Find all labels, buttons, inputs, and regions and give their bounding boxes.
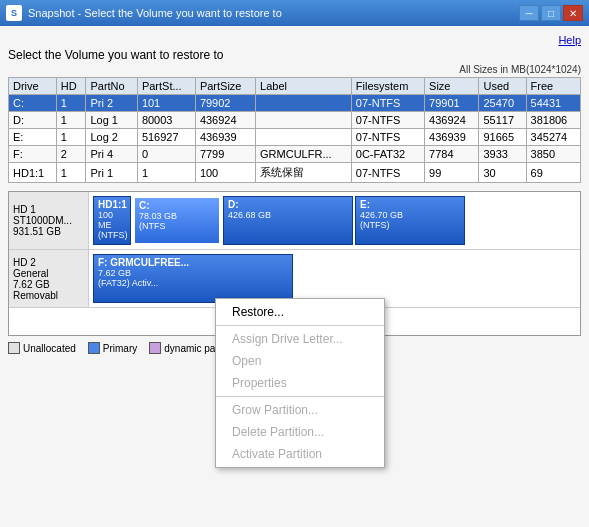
col-size: Size — [425, 78, 479, 95]
table-cell: 2 — [56, 146, 86, 163]
instruction-text: Select the Volume you want to restore to — [8, 48, 581, 62]
table-cell: 7784 — [425, 146, 479, 163]
table-cell: 436924 — [425, 112, 479, 129]
disk-name-hd2: HD 2 — [13, 257, 84, 268]
col-drive: Drive — [9, 78, 57, 95]
menu-open[interactable]: Open — [216, 350, 384, 372]
table-row[interactable]: E:1Log 251692743693907-NTFS4369399166534… — [9, 129, 581, 146]
table-cell: 54431 — [526, 95, 580, 112]
legend-box-dynamic — [149, 342, 161, 354]
table-cell: 345274 — [526, 129, 580, 146]
help-link[interactable]: Help — [558, 34, 581, 46]
menu-activate-partition[interactable]: Activate Partition — [216, 443, 384, 465]
table-cell: 69 — [526, 163, 580, 183]
disk-size-hd2: 7.62 GB — [13, 279, 84, 290]
table-cell: 381806 — [526, 112, 580, 129]
disk-type-hd2: Removabl — [13, 290, 84, 301]
table-cell: 7799 — [195, 146, 255, 163]
partition-c[interactable]: C: 78.03 GB (NTFS — [133, 196, 221, 245]
window-controls: ─ □ ✕ — [519, 5, 583, 21]
col-label: Label — [256, 78, 352, 95]
table-cell: 436939 — [195, 129, 255, 146]
table-cell: D: — [9, 112, 57, 129]
help-row: Help — [8, 34, 581, 46]
legend-unallocated: Unallocated — [8, 342, 76, 354]
legend-label-unallocated: Unallocated — [23, 343, 76, 354]
table-cell: HD1:1 — [9, 163, 57, 183]
partition-table: Drive HD PartNo PartSt... PartSize Label… — [8, 77, 581, 183]
col-used: Used — [479, 78, 526, 95]
table-cell: 0C-FAT32 — [351, 146, 424, 163]
table-cell: 100 — [195, 163, 255, 183]
menu-sep-2 — [216, 396, 384, 397]
app-icon: S — [6, 5, 22, 21]
table-cell — [256, 112, 352, 129]
table-cell: 436939 — [425, 129, 479, 146]
disk-label-hd2: HD 2 General 7.62 GB Removabl — [9, 250, 89, 307]
table-row[interactable]: C:1Pri 21017990207-NTFS799012547054431 — [9, 95, 581, 112]
table-cell — [256, 95, 352, 112]
table-cell: 07-NTFS — [351, 112, 424, 129]
table-row[interactable]: D:1Log 18000343692407-NTFS43692455117381… — [9, 112, 581, 129]
disk-model-hd1: ST1000DM... — [13, 215, 84, 226]
disk-row-hd1: HD 1 ST1000DM... 931.51 GB HD1:1 100 ME … — [9, 192, 580, 250]
partition-f[interactable]: F: GRMCULFREE... 7.62 GB (FAT32) Activ..… — [93, 254, 293, 303]
menu-restore[interactable]: Restore... — [216, 301, 384, 323]
partition-d[interactable]: D: 426.68 GB — [223, 196, 353, 245]
col-partst: PartSt... — [137, 78, 195, 95]
col-filesystem: Filesystem — [351, 78, 424, 95]
table-cell: 516927 — [137, 129, 195, 146]
legend-primary: Primary — [88, 342, 137, 354]
menu-properties[interactable]: Properties — [216, 372, 384, 394]
table-cell: 1 — [137, 163, 195, 183]
context-menu: Restore... Assign Drive Letter... Open P… — [215, 298, 385, 468]
table-cell: Pri 1 — [86, 163, 137, 183]
table-cell — [256, 129, 352, 146]
table-cell: 99 — [425, 163, 479, 183]
table-cell: 07-NTFS — [351, 95, 424, 112]
table-cell: 3933 — [479, 146, 526, 163]
table-cell: 80003 — [137, 112, 195, 129]
table-cell: 1 — [56, 112, 86, 129]
menu-delete-partition[interactable]: Delete Partition... — [216, 421, 384, 443]
table-cell: 1 — [56, 163, 86, 183]
partition-e[interactable]: E: 426.70 GB (NTFS) — [355, 196, 465, 245]
col-partno: PartNo — [86, 78, 137, 95]
size-note: All Sizes in MB(1024*1024) — [8, 64, 581, 75]
disk-model-hd2: General — [13, 268, 84, 279]
table-cell: 系统保留 — [256, 163, 352, 183]
table-row[interactable]: HD1:11Pri 11100系统保留07-NTFS993069 — [9, 163, 581, 183]
minimize-button[interactable]: ─ — [519, 5, 539, 21]
table-cell: 436924 — [195, 112, 255, 129]
disk-name-hd1: HD 1 — [13, 204, 84, 215]
maximize-button[interactable]: □ — [541, 5, 561, 21]
table-cell: 07-NTFS — [351, 129, 424, 146]
table-cell: 07-NTFS — [351, 163, 424, 183]
legend-box-unalloc — [8, 342, 20, 354]
table-cell: 0 — [137, 146, 195, 163]
table-cell: 1 — [56, 95, 86, 112]
menu-grow-partition[interactable]: Grow Partition... — [216, 399, 384, 421]
table-cell: Pri 4 — [86, 146, 137, 163]
table-cell: 101 — [137, 95, 195, 112]
table-cell: 25470 — [479, 95, 526, 112]
legend-box-primary — [88, 342, 100, 354]
menu-assign-drive-letter[interactable]: Assign Drive Letter... — [216, 328, 384, 350]
disk-label-hd1: HD 1 ST1000DM... 931.51 GB — [9, 192, 89, 249]
table-cell: Log 2 — [86, 129, 137, 146]
table-cell: 79902 — [195, 95, 255, 112]
title-bar: S Snapshot - Select the Volume you want … — [0, 0, 589, 26]
partition-hd1-1[interactable]: HD1:1 100 ME (NTFS) — [93, 196, 131, 245]
table-cell: 3850 — [526, 146, 580, 163]
table-cell: 91665 — [479, 129, 526, 146]
col-partsize: PartSize — [195, 78, 255, 95]
table-header-row: Drive HD PartNo PartSt... PartSize Label… — [9, 78, 581, 95]
menu-sep-1 — [216, 325, 384, 326]
table-cell: 79901 — [425, 95, 479, 112]
table-row[interactable]: F:2Pri 407799GRMCULFR...0C-FAT3277843933… — [9, 146, 581, 163]
col-free: Free — [526, 78, 580, 95]
close-button[interactable]: ✕ — [563, 5, 583, 21]
legend-label-primary: Primary — [103, 343, 137, 354]
table-cell: C: — [9, 95, 57, 112]
main-content: Help Select the Volume you want to resto… — [0, 26, 589, 527]
